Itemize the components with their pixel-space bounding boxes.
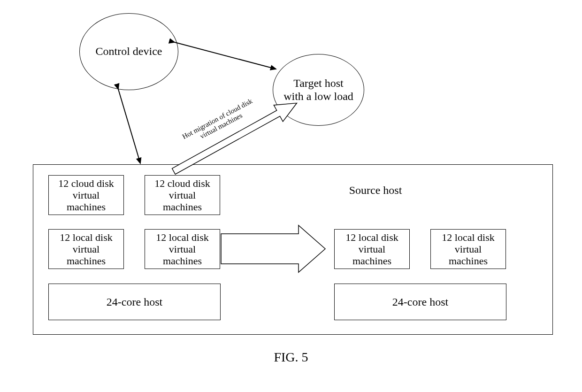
local-vm-3-text: 12 local disk virtual machines bbox=[345, 231, 398, 267]
cloud-vm-box-1: 12 cloud disk virtual machines bbox=[48, 175, 124, 215]
cloud-vm-1-text: 12 cloud disk virtual machines bbox=[58, 177, 114, 213]
diagram-stage: Control device Target host with a low lo… bbox=[0, 0, 582, 392]
arrow-control-target bbox=[175, 42, 276, 69]
hot-migration-text: Hot migration of cloud disk virtual mach… bbox=[181, 97, 254, 140]
control-device-node: Control device bbox=[79, 13, 178, 90]
host-24-left-text: 24-core host bbox=[107, 296, 162, 308]
arrow-control-source bbox=[118, 89, 140, 163]
figure-caption: FIG. 5 bbox=[0, 350, 582, 365]
source-host-label: Source host bbox=[333, 184, 418, 197]
cloud-vm-2-text: 12 cloud disk virtual machines bbox=[154, 177, 210, 213]
after-hot-migration-text: After hot migration bbox=[237, 236, 277, 259]
source-host-text: Source host bbox=[349, 184, 402, 196]
target-host-label: Target host with a low load bbox=[282, 75, 355, 105]
local-vm-2-text: 12 local disk virtual machines bbox=[156, 231, 208, 267]
local-vm-4-text: 12 local disk virtual machines bbox=[442, 231, 494, 267]
after-hot-migration-label: After hot migration bbox=[231, 237, 283, 259]
cloud-vm-box-2: 12 cloud disk virtual machines bbox=[145, 175, 220, 215]
local-vm-1-text: 12 local disk virtual machines bbox=[60, 231, 112, 267]
host-24-box-left: 24-core host bbox=[48, 284, 221, 320]
control-device-label: Control device bbox=[94, 43, 164, 60]
local-vm-box-1: 12 local disk virtual machines bbox=[48, 229, 124, 269]
target-host-node: Target host with a low load bbox=[273, 54, 364, 126]
figure-caption-text: FIG. 5 bbox=[274, 350, 308, 364]
host-24-right-text: 24-core host bbox=[392, 296, 448, 308]
hot-migration-label: Hot migration of cloud disk virtual mach… bbox=[168, 90, 271, 154]
local-vm-box-3: 12 local disk virtual machines bbox=[334, 229, 410, 269]
host-24-box-right: 24-core host bbox=[334, 284, 506, 320]
local-vm-box-4: 12 local disk virtual machines bbox=[430, 229, 506, 269]
local-vm-box-2: 12 local disk virtual machines bbox=[145, 229, 220, 269]
